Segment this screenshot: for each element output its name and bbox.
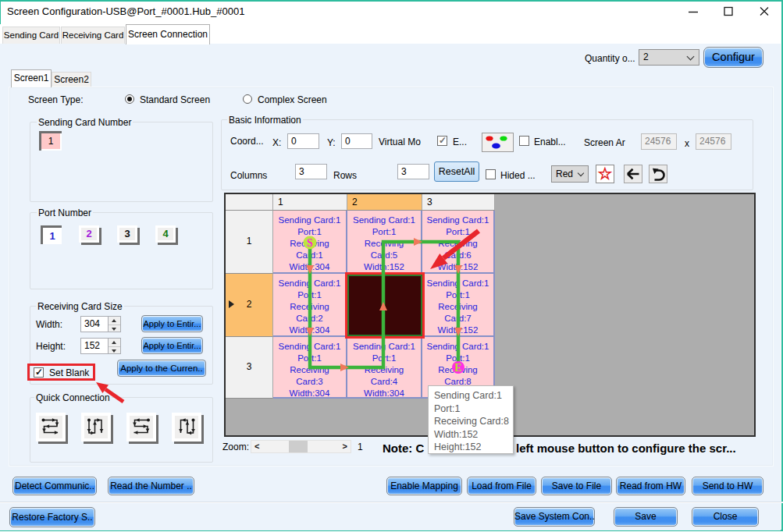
scroll-right-icon[interactable]: > [343, 442, 347, 451]
quick-connection-snake-right-down-button[interactable] [36, 413, 66, 442]
port-button-2[interactable]: 2 [79, 225, 99, 243]
screen-area-width-input[interactable]: 24576 [641, 133, 677, 150]
scroll-left-icon[interactable]: < [254, 442, 259, 451]
port-button-3[interactable]: 3 [117, 225, 137, 243]
standard-screen-radio[interactable] [125, 94, 134, 104]
sending-card-1[interactable]: 1 [39, 131, 62, 151]
port-number-label: Port Number [37, 207, 93, 218]
grid-col-header-1[interactable]: 1 [273, 194, 347, 211]
save-button[interactable]: Save [614, 507, 678, 527]
x-input[interactable]: 0 [287, 133, 319, 149]
spin-down-icon[interactable] [109, 325, 120, 332]
snake-right-down-icon [39, 416, 62, 438]
grid-cell-2-3[interactable]: Sending Card:1 Port:1 Receiving Card:7 W… [422, 274, 495, 337]
grid-col-header-3[interactable]: 3 [422, 194, 495, 211]
grid-cell-3-1[interactable]: Sending Card:1 Port:1 Receiving Card:3 W… [273, 337, 347, 399]
tab-screen-connection[interactable]: Screen Connection [126, 24, 210, 44]
enable-checkbox[interactable] [519, 136, 529, 146]
grid-row-header-3[interactable]: 3 [226, 337, 273, 399]
reset-all-button[interactable]: ResetAll [434, 161, 479, 182]
spin-up-icon[interactable] [109, 317, 120, 325]
quick-connection-snake-down-right-button[interactable] [81, 413, 111, 442]
back-arrow-button[interactable] [624, 165, 642, 183]
spin-up-icon[interactable] [109, 339, 120, 346]
grid-cell-1-2[interactable]: Sending Card:1 Port:1 Receiving Card:5 W… [347, 211, 422, 274]
save-system-config-button[interactable]: Save System Con.. [514, 507, 595, 527]
set-blank-highlight-rect [27, 364, 95, 381]
rows-input[interactable]: 3 [397, 164, 429, 179]
undo-button[interactable] [649, 165, 667, 183]
zoom-scrollbar[interactable]: < > [251, 440, 351, 453]
grid-cell-2-1[interactable]: Sending Card:1 Port:1 Receiving Card:2 W… [273, 274, 347, 337]
grid-col-header-2[interactable]: 2 [347, 194, 422, 211]
rgb-dots-button[interactable] [482, 133, 514, 152]
height-spin-buttons[interactable] [108, 339, 120, 353]
close-button[interactable]: Close [692, 507, 759, 527]
read-from-hw-button[interactable]: Read from HW [616, 477, 685, 495]
enable-mapping-button[interactable]: Enable Mapping [386, 477, 462, 495]
screen-area-height-input[interactable]: 24576 [696, 133, 731, 150]
cell-line: Port:1 [347, 353, 421, 364]
tab-screen1[interactable]: Screen1 [11, 69, 52, 87]
quick-connection-snake-left-down-button[interactable] [126, 413, 156, 442]
port-3-value: 3 [124, 228, 130, 239]
send-to-hw-button[interactable]: Send to HW [692, 477, 763, 495]
tooltip-line: Width:152 [434, 428, 513, 442]
rows-label: Rows [333, 170, 357, 181]
screen-area-label: Screen Ar [584, 137, 625, 148]
close-icon[interactable] [756, 3, 772, 19]
star-button[interactable]: ☆ [596, 165, 614, 183]
port-button-1[interactable]: 1 [41, 225, 62, 244]
tab-screen2[interactable]: Screen2 [52, 72, 91, 87]
grid-row-header-1[interactable]: 1 [226, 211, 273, 274]
grid-cell-3-2[interactable]: Sending Card:1 Port:1 Receiving Card:4 W… [347, 337, 422, 399]
quick-connection-snake-down-left-button[interactable] [172, 413, 201, 442]
cell-line: Card:3 [273, 376, 346, 388]
complex-screen-radio[interactable] [243, 94, 252, 104]
enable-virtual-checkbox[interactable]: ✓ [437, 136, 447, 146]
detect-communication-button[interactable]: Detect Communic.. [12, 477, 97, 495]
basic-information-label: Basic Information [227, 115, 303, 126]
tab-sending-card[interactable]: Sending Card [2, 27, 60, 44]
restore-factory-button[interactable]: Restore Factory S.. [9, 507, 95, 527]
load-from-file-button[interactable]: Load from File [467, 477, 536, 495]
tab-receiving-card[interactable]: Receiving Card [61, 27, 125, 44]
sending-card-1-value: 1 [41, 133, 60, 149]
maximize-icon[interactable] [721, 3, 736, 19]
columns-input[interactable]: 3 [295, 164, 327, 179]
grid-cell-2-2-blank[interactable] [345, 272, 425, 339]
height-label: Height: [36, 341, 66, 352]
apply-current-button[interactable]: Apply to the Curren.. [117, 360, 206, 377]
port-number-group: Port Number [30, 212, 213, 289]
screen-type-label: Screen Type: [28, 94, 84, 105]
height-spinner[interactable]: 152 [80, 338, 121, 354]
width-spin-buttons[interactable] [108, 317, 120, 332]
cell-line: Width:152 [422, 325, 493, 336]
read-number-button[interactable]: Read the Number .. [108, 477, 194, 495]
e-label: E... [453, 137, 467, 147]
basic-information-group: Basic Information [221, 119, 753, 190]
x-label: X: [272, 137, 281, 148]
cell-line: Card:2 [273, 313, 346, 325]
apply-height-button[interactable]: Apply to Entir... [141, 337, 203, 354]
width-spinner[interactable]: 304 [80, 316, 121, 332]
spin-down-icon[interactable] [109, 346, 120, 354]
minimize-icon[interactable] [685, 3, 701, 19]
apply-width-button[interactable]: Apply to Entir... [141, 315, 203, 332]
receiving-card-size-label: Receiving Card Size [36, 301, 124, 312]
hided-checkbox[interactable] [486, 169, 496, 179]
width-label: Width: [36, 319, 62, 330]
quantity-select[interactable]: 2 [639, 49, 699, 66]
sending-card-number-label: Sending Card Number [37, 117, 133, 128]
color-select-value: Red [556, 168, 573, 179]
scroll-thumb[interactable] [289, 441, 308, 452]
configure-button[interactable]: Configur [703, 47, 763, 68]
save-to-file-button[interactable]: Save to File [541, 477, 612, 495]
y-input[interactable]: 0 [341, 133, 372, 149]
color-select[interactable]: Red [551, 165, 589, 183]
port-button-4[interactable]: 4 [155, 225, 176, 243]
tooltip-line: Port:1 [434, 403, 513, 416]
grid-cell-1-3[interactable]: Sending Card:1 Port:1 Receiving Card:6 W… [422, 211, 495, 274]
grid-cell-1-1[interactable]: Sending Card:1 Port:1 Receiving Card:1 W… [273, 211, 347, 274]
complex-screen-label: Complex Screen [258, 94, 327, 105]
